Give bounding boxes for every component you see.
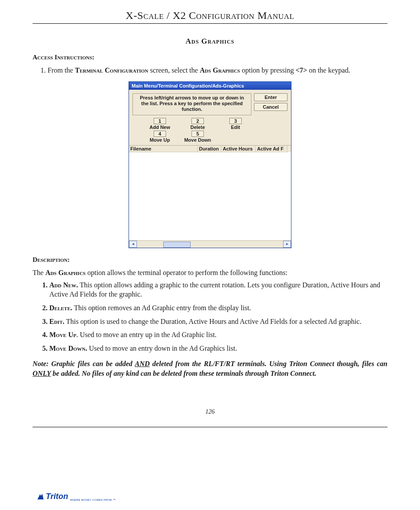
ads-graphics-screenshot: Main Menu/Terminal Configuration/Ads-Gra… [33, 81, 387, 249]
scroll-thumb[interactable] [163, 242, 191, 248]
key-label: Move Down [180, 137, 215, 143]
key-number: 4 [154, 131, 166, 137]
table-body-empty [129, 152, 291, 240]
column-header[interactable]: Active Hours [221, 146, 256, 152]
description-list: Add New. This option allows adding a gra… [39, 280, 387, 353]
window-titlebar: Main Menu/Terminal Configuration/Ads-Gra… [129, 82, 291, 90]
key-number: 5 [192, 131, 204, 137]
key-number: 2 [192, 118, 204, 124]
access-instructions-list: From the Terminal Configuration screen, … [39, 66, 387, 75]
description-item: Edit. This option is used to change the … [49, 317, 387, 327]
function-key-move-down[interactable]: 5Move Down [180, 131, 215, 143]
enter-button[interactable]: Enter [254, 93, 287, 101]
key-label: Move Up [142, 137, 177, 143]
column-header[interactable]: Active Ad F [256, 146, 287, 152]
triton-logo: Triton WHERE MONEY COMES FROM.™ [37, 492, 115, 501]
function-key-move-up[interactable]: 4Move Up [142, 131, 177, 143]
note-paragraph: Note: Graphic files can be added AND del… [33, 359, 387, 378]
key-label: Delete [180, 125, 215, 130]
access-instructions-heading: Access Instructions: [33, 54, 387, 61]
instructions-box: Press left/right arrows to move up or do… [133, 93, 251, 116]
description-item: Add New. This option allows adding a gra… [49, 280, 387, 299]
column-header[interactable]: Filename [129, 146, 198, 152]
key-label: Add New [142, 125, 177, 130]
logo-wordmark: Triton [46, 492, 68, 501]
function-key-add-new[interactable]: 1Add New [142, 118, 177, 130]
description-heading: Description: [33, 256, 387, 264]
key-number: 1 [154, 118, 166, 124]
function-key-grid: 1Add New2Delete3Edit4Move Up5Move Down [129, 115, 291, 144]
scroll-right-button[interactable]: ▸ [283, 241, 291, 248]
document-title: X-Scale / X2 Configuration Manual [33, 10, 387, 22]
description-intro: The Ads Graphics option allows the termi… [33, 268, 387, 278]
table-header-row: FilenameDurationActive HoursActive Ad F [129, 145, 291, 152]
logo-icon [37, 493, 44, 500]
scroll-track[interactable] [137, 241, 283, 247]
function-key-delete[interactable]: 2Delete [180, 118, 215, 130]
header-rule [33, 23, 387, 24]
column-header[interactable]: Duration [198, 146, 221, 152]
key-label: Edit [218, 125, 253, 130]
description-item: Delete. This option removes an Ad Graphi… [49, 303, 387, 313]
horizontal-scrollbar[interactable]: ◂ ▸ [129, 240, 291, 248]
logo-tagline: WHERE MONEY COMES FROM.™ [70, 499, 116, 501]
key-number: 3 [229, 118, 242, 124]
section-title: Ads Graphics [33, 37, 387, 46]
cancel-button[interactable]: Cancel [254, 103, 287, 111]
description-item: Move Up. Used to move an entry up in the… [49, 330, 387, 340]
footer-rule [33, 427, 387, 427]
page-number: 126 [33, 408, 387, 415]
description-item: Move Down. Used to move an entry down in… [49, 344, 387, 353]
access-step: From the Terminal Configuration screen, … [48, 66, 387, 75]
ads-graphics-window: Main Menu/Terminal Configuration/Ads-Gra… [129, 81, 291, 249]
function-key-edit[interactable]: 3Edit [218, 118, 253, 130]
scroll-left-button[interactable]: ◂ [129, 241, 137, 248]
